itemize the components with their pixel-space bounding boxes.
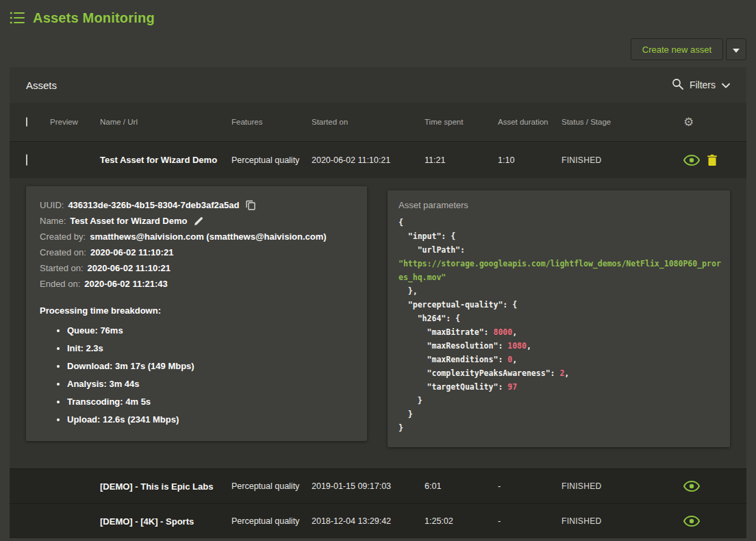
menu-list-icon[interactable] — [10, 11, 25, 25]
asset-parameters-title: Asset parameters — [399, 200, 719, 210]
asset-features: Perceptual quality — [231, 481, 312, 491]
create-new-asset-button[interactable]: Create new asset — [631, 38, 723, 60]
create-asset-dropdown-button[interactable] — [726, 38, 746, 60]
row-checkbox[interactable] — [26, 154, 27, 166]
asset-features: Perceptual quality — [231, 155, 312, 165]
search-icon — [672, 78, 683, 92]
processing-breakdown-list: Queue: 76ms Init: 2.3s Download: 3m 17s … — [40, 322, 353, 429]
copy-uuid-icon[interactable] — [246, 200, 255, 210]
asset-detail-expanded: UUID: 436313de-326b-4b15-8304-7deb3af2a5… — [10, 178, 746, 468]
delete-asset-trash-icon[interactable] — [707, 154, 718, 166]
table-header: Preview Name / Url Features Started on T… — [10, 103, 746, 141]
breakdown-item: Upload: 12.6s (2341 Mbps) — [67, 411, 353, 429]
asset-started-on: 2018-12-04 13:29:42 — [312, 516, 425, 526]
app-header: Assets Monitoring — [0, 0, 756, 32]
assets-panel: Assets Filters Preview Name / Url Featur… — [10, 67, 746, 538]
asset-name: Test Asset for Wizard Demo — [100, 155, 231, 165]
asset-features: Perceptual quality — [231, 516, 312, 526]
column-header-started-on: Started on — [312, 118, 425, 126]
asset-info-card: UUID: 436313de-326b-4b15-8304-7deb3af2a5… — [26, 186, 367, 441]
asset-status: FINISHED — [562, 516, 678, 526]
processing-breakdown-title: Processing time breakdown: — [40, 303, 353, 319]
created-by-field: Created by: smatthews@haivision.com (sma… — [40, 229, 353, 244]
filters-button[interactable]: Filters — [672, 78, 730, 92]
asset-started-on: 2019-01-15 09:17:03 — [312, 481, 425, 491]
actions-bar: Create new asset — [0, 32, 756, 67]
column-header-asset-duration: Asset duration — [498, 118, 562, 126]
created-on-field: Created on: 2020-06-02 11:10:21 — [40, 244, 353, 260]
assets-toolbar: Assets Filters — [10, 67, 746, 103]
breakdown-item: Analysis: 3m 44s — [67, 375, 353, 393]
asset-parameters-code: { "input": { "urlPath":"https://storage.… — [399, 216, 719, 435]
name-field: Name: Test Asset for Wizard Demo — [40, 213, 353, 229]
asset-time-spent: 11:21 — [425, 155, 498, 165]
breakdown-item: Transcoding: 4m 5s — [67, 393, 353, 411]
select-all-checkbox[interactable] — [26, 117, 27, 127]
breakdown-item: Queue: 76ms — [67, 322, 353, 340]
column-header-name-url: Name / Url — [100, 118, 231, 126]
asset-duration: - — [498, 516, 562, 526]
started-on-field: Started on: 2020-06-02 11:10:21 — [40, 260, 353, 276]
chevron-down-icon — [722, 79, 730, 90]
asset-name: [DEMO] - This is Epic Labs — [100, 481, 231, 492]
asset-duration: - — [498, 481, 562, 491]
asset-started-on: 2020-06-02 11:10:21 — [312, 155, 425, 165]
column-header-preview: Preview — [50, 118, 100, 126]
view-asset-eye-icon[interactable] — [683, 516, 700, 527]
breakdown-item: Init: 2.3s — [67, 340, 353, 357]
table-row[interactable]: Test Asset for Wizard Demo Perceptual qu… — [10, 141, 746, 178]
asset-parameters-card: Asset parameters { "input": { "urlPath":… — [388, 190, 730, 447]
filters-label: Filters — [690, 79, 716, 90]
uuid-field: UUID: 436313de-326b-4b15-8304-7deb3af2a5… — [40, 197, 353, 213]
asset-status: FINISHED — [562, 481, 678, 491]
view-asset-eye-icon[interactable] — [683, 481, 700, 492]
assets-panel-title: Assets — [26, 79, 57, 91]
breakdown-item: Download: 3m 17s (149 Mbps) — [67, 357, 353, 375]
asset-time-spent: 1:25:02 — [425, 516, 498, 526]
page-title: Assets Monitoring — [33, 10, 155, 26]
table-row[interactable]: [DEMO] - This is Epic Labs Perceptual qu… — [10, 468, 746, 503]
asset-name: [DEMO] - [4K] - Sports — [100, 516, 231, 527]
edit-name-pencil-icon[interactable] — [194, 216, 203, 226]
column-header-features: Features — [231, 118, 312, 126]
caret-down-icon — [733, 45, 740, 55]
column-header-time-spent: Time spent — [425, 118, 498, 126]
ended-on-field: Ended on: 2020-06-02 11:21:43 — [40, 276, 353, 292]
table-row[interactable]: [DEMO] - [4K] - Sports Perceptual qualit… — [10, 503, 746, 538]
column-settings-gear-icon[interactable]: ⚙ — [683, 116, 694, 128]
asset-time-spent: 6:01 — [425, 481, 498, 491]
asset-duration: 1:10 — [498, 155, 562, 165]
column-header-status-stage: Status / Stage — [562, 118, 678, 126]
view-asset-eye-icon[interactable] — [683, 155, 700, 166]
asset-status: FINISHED — [562, 155, 678, 165]
